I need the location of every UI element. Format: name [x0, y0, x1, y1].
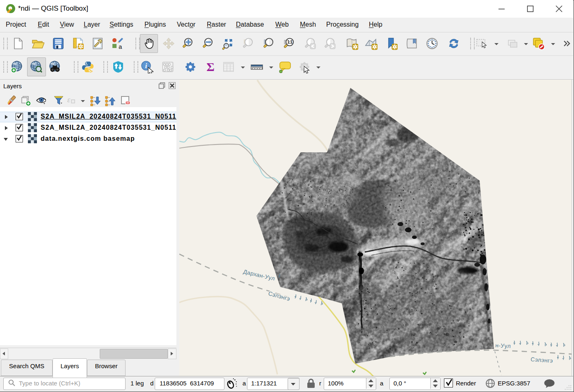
- svg-text:н-Уул: н-Уул: [495, 342, 511, 349]
- svg-text:ε: ε: [67, 96, 71, 104]
- svg-text:i: i: [145, 62, 147, 70]
- svg-text:1:1: 1:1: [287, 39, 293, 44]
- svg-text:Σ: Σ: [206, 60, 215, 73]
- svg-text:a: a: [119, 43, 122, 50]
- svg-text:>: >: [90, 69, 93, 73]
